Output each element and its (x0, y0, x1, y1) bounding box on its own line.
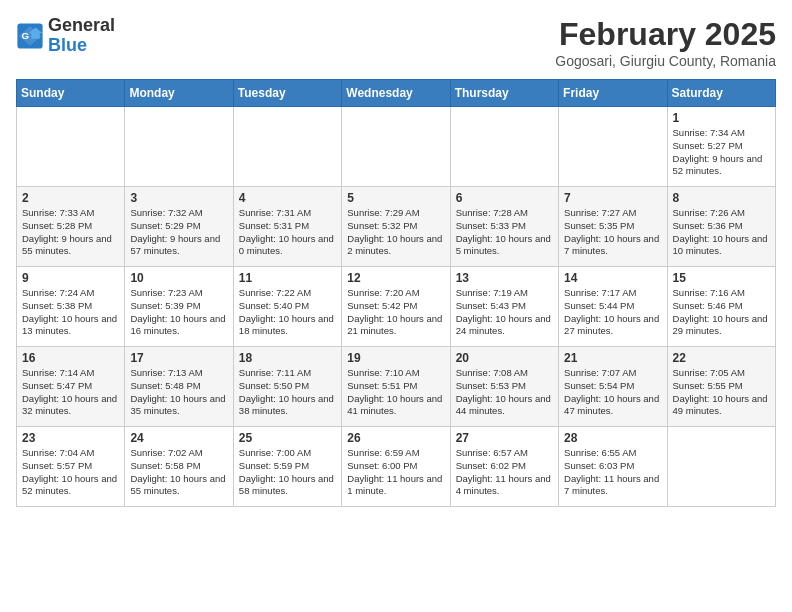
day-number: 13 (456, 271, 553, 285)
day-number: 5 (347, 191, 444, 205)
calendar-cell: 2Sunrise: 7:33 AM Sunset: 5:28 PM Daylig… (17, 187, 125, 267)
day-info: Sunrise: 7:20 AM Sunset: 5:42 PM Dayligh… (347, 287, 444, 338)
logo-icon: G (16, 22, 44, 50)
day-number: 28 (564, 431, 661, 445)
calendar-cell: 26Sunrise: 6:59 AM Sunset: 6:00 PM Dayli… (342, 427, 450, 507)
calendar-cell (125, 107, 233, 187)
day-number: 19 (347, 351, 444, 365)
day-number: 1 (673, 111, 770, 125)
calendar-cell: 15Sunrise: 7:16 AM Sunset: 5:46 PM Dayli… (667, 267, 775, 347)
weekday-header: Thursday (450, 80, 558, 107)
location-subtitle: Gogosari, Giurgiu County, Romania (555, 53, 776, 69)
weekday-header: Tuesday (233, 80, 341, 107)
calendar-week-row: 23Sunrise: 7:04 AM Sunset: 5:57 PM Dayli… (17, 427, 776, 507)
calendar-cell (450, 107, 558, 187)
day-number: 15 (673, 271, 770, 285)
day-info: Sunrise: 7:34 AM Sunset: 5:27 PM Dayligh… (673, 127, 770, 178)
day-number: 24 (130, 431, 227, 445)
day-info: Sunrise: 7:28 AM Sunset: 5:33 PM Dayligh… (456, 207, 553, 258)
day-info: Sunrise: 6:57 AM Sunset: 6:02 PM Dayligh… (456, 447, 553, 498)
day-info: Sunrise: 7:32 AM Sunset: 5:29 PM Dayligh… (130, 207, 227, 258)
day-number: 10 (130, 271, 227, 285)
day-number: 7 (564, 191, 661, 205)
calendar-table: SundayMondayTuesdayWednesdayThursdayFrid… (16, 79, 776, 507)
calendar-cell: 14Sunrise: 7:17 AM Sunset: 5:44 PM Dayli… (559, 267, 667, 347)
logo: G General Blue (16, 16, 115, 56)
day-number: 4 (239, 191, 336, 205)
day-info: Sunrise: 7:17 AM Sunset: 5:44 PM Dayligh… (564, 287, 661, 338)
day-info: Sunrise: 7:19 AM Sunset: 5:43 PM Dayligh… (456, 287, 553, 338)
day-info: Sunrise: 6:59 AM Sunset: 6:00 PM Dayligh… (347, 447, 444, 498)
day-info: Sunrise: 7:11 AM Sunset: 5:50 PM Dayligh… (239, 367, 336, 418)
weekday-header: Sunday (17, 80, 125, 107)
weekday-header: Friday (559, 80, 667, 107)
day-info: Sunrise: 7:10 AM Sunset: 5:51 PM Dayligh… (347, 367, 444, 418)
day-number: 9 (22, 271, 119, 285)
day-number: 8 (673, 191, 770, 205)
calendar-cell: 11Sunrise: 7:22 AM Sunset: 5:40 PM Dayli… (233, 267, 341, 347)
day-info: Sunrise: 7:04 AM Sunset: 5:57 PM Dayligh… (22, 447, 119, 498)
calendar-cell: 25Sunrise: 7:00 AM Sunset: 5:59 PM Dayli… (233, 427, 341, 507)
day-info: Sunrise: 7:16 AM Sunset: 5:46 PM Dayligh… (673, 287, 770, 338)
calendar-cell (342, 107, 450, 187)
weekday-header: Saturday (667, 80, 775, 107)
calendar-cell (233, 107, 341, 187)
calendar-cell (667, 427, 775, 507)
calendar-cell: 21Sunrise: 7:07 AM Sunset: 5:54 PM Dayli… (559, 347, 667, 427)
day-number: 14 (564, 271, 661, 285)
day-number: 27 (456, 431, 553, 445)
day-info: Sunrise: 7:29 AM Sunset: 5:32 PM Dayligh… (347, 207, 444, 258)
weekday-header: Wednesday (342, 80, 450, 107)
day-number: 18 (239, 351, 336, 365)
calendar-week-row: 2Sunrise: 7:33 AM Sunset: 5:28 PM Daylig… (17, 187, 776, 267)
day-info: Sunrise: 7:22 AM Sunset: 5:40 PM Dayligh… (239, 287, 336, 338)
title-block: February 2025 Gogosari, Giurgiu County, … (555, 16, 776, 69)
weekday-header: Monday (125, 80, 233, 107)
day-info: Sunrise: 7:14 AM Sunset: 5:47 PM Dayligh… (22, 367, 119, 418)
calendar-cell: 7Sunrise: 7:27 AM Sunset: 5:35 PM Daylig… (559, 187, 667, 267)
logo-general: General (48, 15, 115, 35)
day-info: Sunrise: 6:55 AM Sunset: 6:03 PM Dayligh… (564, 447, 661, 498)
calendar-cell: 19Sunrise: 7:10 AM Sunset: 5:51 PM Dayli… (342, 347, 450, 427)
calendar-cell: 24Sunrise: 7:02 AM Sunset: 5:58 PM Dayli… (125, 427, 233, 507)
day-number: 3 (130, 191, 227, 205)
calendar-cell: 4Sunrise: 7:31 AM Sunset: 5:31 PM Daylig… (233, 187, 341, 267)
calendar-week-row: 9Sunrise: 7:24 AM Sunset: 5:38 PM Daylig… (17, 267, 776, 347)
calendar-cell: 12Sunrise: 7:20 AM Sunset: 5:42 PM Dayli… (342, 267, 450, 347)
day-number: 22 (673, 351, 770, 365)
day-info: Sunrise: 7:27 AM Sunset: 5:35 PM Dayligh… (564, 207, 661, 258)
day-number: 23 (22, 431, 119, 445)
day-info: Sunrise: 7:08 AM Sunset: 5:53 PM Dayligh… (456, 367, 553, 418)
day-number: 16 (22, 351, 119, 365)
day-number: 25 (239, 431, 336, 445)
day-info: Sunrise: 7:23 AM Sunset: 5:39 PM Dayligh… (130, 287, 227, 338)
day-info: Sunrise: 7:31 AM Sunset: 5:31 PM Dayligh… (239, 207, 336, 258)
day-info: Sunrise: 7:26 AM Sunset: 5:36 PM Dayligh… (673, 207, 770, 258)
calendar-cell: 3Sunrise: 7:32 AM Sunset: 5:29 PM Daylig… (125, 187, 233, 267)
calendar-cell (559, 107, 667, 187)
calendar-cell: 9Sunrise: 7:24 AM Sunset: 5:38 PM Daylig… (17, 267, 125, 347)
calendar-cell: 17Sunrise: 7:13 AM Sunset: 5:48 PM Dayli… (125, 347, 233, 427)
day-number: 11 (239, 271, 336, 285)
day-number: 21 (564, 351, 661, 365)
day-info: Sunrise: 7:02 AM Sunset: 5:58 PM Dayligh… (130, 447, 227, 498)
calendar-cell: 13Sunrise: 7:19 AM Sunset: 5:43 PM Dayli… (450, 267, 558, 347)
month-title: February 2025 (555, 16, 776, 53)
logo-blue: Blue (48, 35, 87, 55)
svg-text:G: G (22, 30, 30, 41)
calendar-cell: 27Sunrise: 6:57 AM Sunset: 6:02 PM Dayli… (450, 427, 558, 507)
day-number: 26 (347, 431, 444, 445)
day-number: 2 (22, 191, 119, 205)
day-number: 12 (347, 271, 444, 285)
day-info: Sunrise: 7:24 AM Sunset: 5:38 PM Dayligh… (22, 287, 119, 338)
page-header: G General Blue February 2025 Gogosari, G… (16, 16, 776, 69)
day-number: 20 (456, 351, 553, 365)
weekday-header-row: SundayMondayTuesdayWednesdayThursdayFrid… (17, 80, 776, 107)
day-info: Sunrise: 7:07 AM Sunset: 5:54 PM Dayligh… (564, 367, 661, 418)
day-info: Sunrise: 7:00 AM Sunset: 5:59 PM Dayligh… (239, 447, 336, 498)
day-info: Sunrise: 7:13 AM Sunset: 5:48 PM Dayligh… (130, 367, 227, 418)
day-number: 17 (130, 351, 227, 365)
calendar-cell: 5Sunrise: 7:29 AM Sunset: 5:32 PM Daylig… (342, 187, 450, 267)
day-number: 6 (456, 191, 553, 205)
calendar-cell: 16Sunrise: 7:14 AM Sunset: 5:47 PM Dayli… (17, 347, 125, 427)
